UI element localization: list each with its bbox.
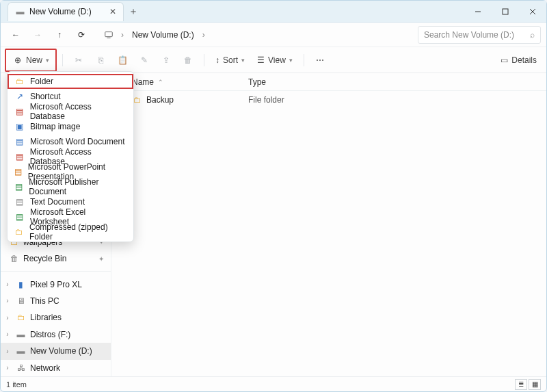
file-type: File folder [241, 95, 284, 105]
menu-item-label: Microsoft Publisher Document [29, 177, 126, 196]
plus-circle-icon: ⊕ [12, 55, 23, 65]
bitmap-icon: ▣ [14, 122, 25, 132]
menu-item-label: Bitmap image [30, 122, 80, 131]
details-icon: ▭ [501, 55, 508, 65]
sidebar-item-recyclebin[interactable]: 🗑 Recycle Bin ✦ [1, 250, 111, 267]
recycle-icon: 🗑 [9, 254, 19, 264]
file-pane: Name ⌃ Type 🗀 Backup File folder [111, 73, 546, 376]
powerpoint-icon: ▤ [14, 167, 23, 177]
back-button[interactable]: ← [6, 25, 25, 44]
delete-button[interactable]: 🗑 [178, 51, 198, 70]
statusbar: 1 item ≣ ▦ [1, 376, 546, 391]
search-placeholder: Search New Volume (D:) [424, 30, 514, 40]
file-row[interactable]: 🗀 Backup File folder [111, 91, 546, 109]
drive-icon: ▬ [16, 346, 26, 356]
sort-button[interactable]: ↕ Sort ▾ [210, 51, 250, 70]
menu-item-publisher[interactable]: ▤ Microsoft Publisher Document [8, 179, 133, 194]
view-grid-toggle[interactable]: ▦ [529, 379, 541, 390]
chevron-right-icon: › [3, 314, 12, 322]
menu-item-label: Shortcut [30, 92, 61, 101]
publisher-icon: ▤ [14, 182, 23, 192]
window-controls [464, 1, 546, 23]
svg-rect-4 [105, 31, 113, 36]
sidebar-item-label: New Volume (D:) [30, 346, 92, 356]
access-icon: ▤ [14, 152, 25, 162]
libraries-icon: 🗀 [16, 313, 26, 323]
pc-icon[interactable] [99, 25, 118, 44]
up-button[interactable]: ↑ [50, 25, 69, 44]
sidebar-item-network[interactable]: › 🖧 Network [1, 360, 111, 376]
phone-icon: ▮ [16, 279, 26, 289]
close-tab-icon[interactable]: ✕ [109, 7, 116, 16]
folder-icon: 🗀 [14, 77, 25, 87]
sidebar-item-libraries[interactable]: › 🗀 Libraries [1, 309, 111, 326]
menu-item-label: Microsoft Word Document [30, 137, 125, 146]
sidebar-item-thispc[interactable]: › 🖥 This PC [1, 293, 111, 309]
details-button[interactable]: ▭ Details [495, 51, 542, 70]
tab-current[interactable]: ▬ New Volume (D:) ✕ [8, 2, 124, 21]
more-button[interactable]: ⋯ [310, 51, 330, 70]
cut-button[interactable]: ✂ [68, 51, 89, 70]
chevron-right-icon: › [3, 280, 12, 288]
shortcut-icon: ↗ [14, 92, 25, 102]
view-details-toggle[interactable]: ≣ [515, 379, 527, 390]
share-button[interactable]: ⇪ [156, 51, 176, 70]
sort-icon: ↕ [215, 55, 219, 65]
chevron-right-icon: › [3, 364, 12, 371]
details-label: Details [511, 55, 537, 65]
sidebar-item-label: Libraries [30, 313, 62, 322]
text-icon: ▤ [14, 197, 25, 207]
access-icon: ▤ [14, 107, 25, 117]
chevron-right-icon: › [3, 330, 12, 338]
chevron-down-icon: ▾ [46, 57, 49, 64]
rename-button[interactable]: ✎ [134, 51, 155, 70]
menu-item-folder[interactable]: 🗀 Folder [8, 74, 133, 89]
sidebar-item-distros[interactable]: › ▬ Distros (F:) [1, 326, 111, 343]
maximize-button[interactable] [492, 1, 519, 23]
add-tab-button[interactable]: ＋ [124, 5, 143, 18]
copy-button[interactable]: ⎘ [90, 51, 111, 70]
view-icon: ☰ [257, 55, 265, 65]
menu-item-label: Folder [30, 77, 53, 86]
column-headers: Name ⌃ Type [111, 73, 546, 91]
pin-icon: ✦ [98, 255, 104, 263]
menu-item-label: Microsoft Access Database [30, 102, 126, 121]
drive-icon: ▬ [15, 7, 25, 17]
menu-item-label: Compressed (zipped) Folder [29, 222, 126, 241]
word-icon: ▤ [14, 137, 25, 147]
sidebar-item-pixel[interactable]: › ▮ Pixel 9 Pro XL [1, 276, 111, 292]
sidebar-item-label: Distros (F:) [30, 330, 70, 339]
forward-button[interactable]: → [28, 25, 47, 44]
search-input[interactable]: Search New Volume (D:) ⌕ [418, 26, 541, 44]
view-button[interactable]: ☰ View ▾ [252, 51, 298, 70]
toolbar: ⊕ New ▾ ✂ ⎘ 📋 ✎ ⇪ 🗑 ↕ Sort ▾ ☰ View ▾ ⋯ … [1, 47, 546, 73]
chevron-right-icon: › [3, 297, 12, 304]
drive-icon: ▬ [16, 329, 26, 339]
titlebar: ▬ New Volume (D:) ✕ ＋ [1, 1, 546, 23]
new-button-highlight: ⊕ New ▾ [5, 49, 57, 72]
sidebar-item-label: Recycle Bin [23, 254, 66, 263]
sidebar-item-newvolume[interactable]: › ▬ New Volume (D:) [1, 343, 111, 359]
sidebar-item-label: Pixel 9 Pro XL [30, 280, 82, 289]
chevron-right-icon: › [202, 30, 205, 40]
navbar: ← → ↑ ⟳ › New Volume (D:) › Search New V… [1, 23, 546, 47]
column-type[interactable]: Type [241, 77, 266, 87]
sidebar-item-label: Network [30, 363, 60, 373]
pc-icon: 🖥 [16, 296, 26, 306]
new-button[interactable]: ⊕ New ▾ [7, 51, 55, 70]
new-menu: 🗀 Folder ↗ Shortcut ▤ Microsoft Access D… [7, 71, 134, 242]
chevron-right-icon: › [3, 348, 12, 355]
menu-item-access[interactable]: ▤ Microsoft Access Database [8, 104, 133, 119]
new-label: New [26, 55, 42, 65]
excel-icon: ▤ [14, 212, 25, 222]
sort-label: Sort [223, 55, 238, 65]
close-button[interactable] [519, 1, 546, 23]
view-label: View [268, 55, 286, 65]
menu-item-bitmap[interactable]: ▣ Bitmap image [8, 119, 133, 134]
paste-button[interactable]: 📋 [112, 51, 133, 70]
breadcrumb[interactable]: New Volume (D:) [126, 25, 200, 44]
menu-item-zip[interactable]: 🗀 Compressed (zipped) Folder [8, 224, 133, 239]
chevron-down-icon: ▾ [289, 57, 293, 64]
minimize-button[interactable] [464, 1, 492, 23]
refresh-button[interactable]: ⟳ [72, 25, 91, 44]
